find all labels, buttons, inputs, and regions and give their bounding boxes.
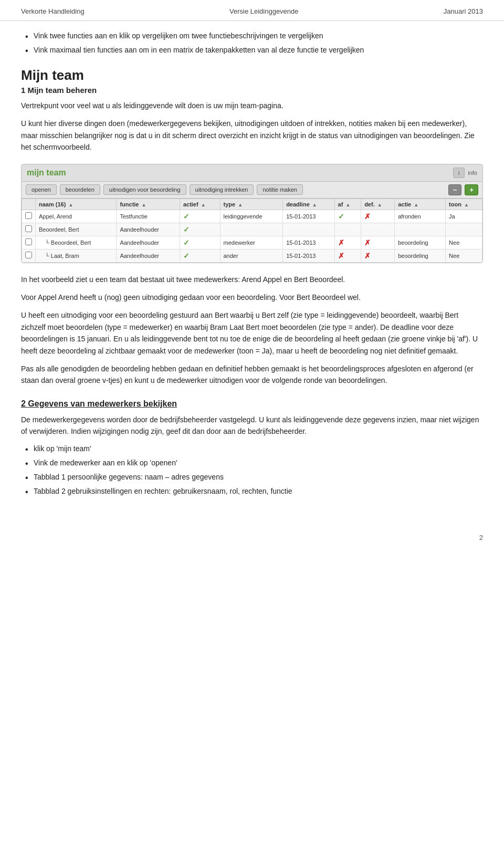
main-content: Vink twee functies aan en klik op vergel… [0,30,504,528]
row3-toon: Nee [446,236,482,249]
row2-type [220,223,283,236]
btn-intrekken[interactable]: uitnodiging intrekken [190,184,254,195]
row3-actief: ✓ [180,236,220,249]
row1-actief: ✓ [180,210,220,223]
row2-checkbox[interactable] [22,223,36,236]
row3-type: medewerker [220,236,283,249]
th-actief[interactable]: actief ▲ [180,199,220,210]
row4-def: ✗ [361,249,395,262]
btn-beoordelen[interactable]: beoordelen [60,184,100,195]
row1-type: leidinggevende [220,210,283,223]
screenshot-box: mijn team i info openen beoordelen uitno… [21,164,483,263]
section2-body1: De medewerkergegevens worden door de bed… [21,414,483,438]
th-def[interactable]: def. ▲ [361,199,395,210]
intro-bullet-1: Vink twee functies aan en klik op vergel… [21,30,483,41]
section2-bullet-1: klik op 'mijn team' [21,443,483,454]
ss-titlebar: mijn team i info [22,164,482,182]
section1-subtitle: 1 Mijn team beheren [21,86,483,95]
th-toon[interactable]: toon ▲ [446,199,482,210]
row2-def [361,223,395,236]
btn-uitnodigen[interactable]: uitnodigen voor beoordeling [103,184,186,195]
header-right: Januari 2013 [444,7,483,15]
row4-actief: ✓ [180,249,220,262]
th-deadline[interactable]: deadline ▲ [283,199,334,210]
btn-openen[interactable]: openen [26,184,57,195]
section2-heading: 2 Gegevens van medewerkers bekijken [21,399,483,409]
row3-functie: Aandeelhouder [117,236,180,249]
row1-checkbox[interactable] [22,210,36,223]
table-header-row: naam (16) ▲ functie ▲ actief ▲ type ▲ de… [22,199,482,210]
page-footer: 2 [0,528,504,547]
row1-deadline: 15-01-2013 [283,210,334,223]
section2-bullet-list: klik op 'mijn team' Vink de medewerker a… [21,443,483,497]
th-checkbox [22,199,36,210]
page-number: 2 [479,534,483,542]
section1-intro: Vertrekpunt voor veel wat u als leidingg… [21,100,483,111]
row1-functie: Testfunctie [117,210,180,223]
row1-toon: Ja [446,210,482,223]
row1-def: ✗ [361,210,395,223]
header-left: Verkorte Handleiding [21,7,85,15]
body5: Pas als alle genodigden de beoordeling h… [21,363,483,387]
row2-af [334,223,361,236]
row4-actie: beoordeling [395,249,446,262]
header-center: Versie Leidinggevende [229,7,299,15]
btn-minus[interactable]: − [448,184,462,195]
table-row: └ Beoordeel, Bert Aandeelhouder ✓ medewe… [22,236,482,249]
ss-title: mijn team [27,168,66,178]
th-actie[interactable]: actie ▲ [395,199,446,210]
row2-naam: Beoordeel, Bert [36,223,117,236]
row3-checkbox[interactable] [22,236,36,249]
row4-type: ander [220,249,283,262]
section2-bullet-2: Vink de medewerker aan en klik op 'opene… [21,457,483,469]
info-icon-btn[interactable]: i [453,168,465,178]
section1-title: Mijn team [21,67,483,84]
row3-af: ✗ [334,236,361,249]
row1-af: ✓ [334,210,361,223]
intro-bullet-list: Vink twee functies aan en klik op vergel… [21,30,483,56]
page-header: Verkorte Handleiding Versie Leidinggeven… [0,0,504,21]
section2-bullet-3: Tabblad 1 persoonlijke gegevens: naam – … [21,472,483,483]
btn-plus[interactable]: + [465,184,478,195]
table-row: Beoordeel, Bert Aandeelhouder ✓ [22,223,482,236]
ss-table-container: naam (16) ▲ functie ▲ actief ▲ type ▲ de… [22,199,482,263]
section1-body1: U kunt hier diverse dingen doen (medewer… [21,118,483,153]
row2-actief: ✓ [180,223,220,236]
body2: In het voorbeeld ziet u een team dat bes… [21,274,483,285]
ss-titlebar-right: i info [453,168,477,178]
row1-actie: afronden [395,210,446,223]
body4: U heeft een uitnodiging voor een beoorde… [21,309,483,357]
intro-bullet-2: Vink maximaal tien functies aan om in ee… [21,45,483,56]
row2-toon [446,223,482,236]
th-af[interactable]: af ▲ [334,199,361,210]
th-functie[interactable]: functie ▲ [117,199,180,210]
row1-naam: Appel, Arend [36,210,117,223]
info-label: info [468,170,477,176]
th-naam[interactable]: naam (16) ▲ [36,199,117,210]
row2-functie: Aandeelhouder [117,223,180,236]
row2-deadline [283,223,334,236]
btn-notitie[interactable]: notitie maken [257,184,302,195]
row3-naam: └ Beoordeel, Bert [36,236,117,249]
row3-actie: beoordeling [395,236,446,249]
row4-naam: └ Laat, Bram [36,249,117,262]
row3-deadline: 15-01-2013 [283,236,334,249]
table-row: Appel, Arend Testfunctie ✓ leidinggevend… [22,210,482,223]
row4-toon: Nee [446,249,482,262]
row4-checkbox[interactable] [22,249,36,262]
body3: Voor Appel Arend heeft u (nog) geen uitn… [21,292,483,303]
ss-titlebar-left: mijn team [27,168,66,178]
section2-bullet-4: Tabblad 2 gebruiksinstellingen en rechte… [21,486,483,497]
table-row: └ Laat, Bram Aandeelhouder ✓ ander 15-01… [22,249,482,262]
ss-table: naam (16) ▲ functie ▲ actief ▲ type ▲ de… [22,199,482,263]
row3-def: ✗ [361,236,395,249]
row4-af: ✗ [334,249,361,262]
row4-deadline: 15-01-2013 [283,249,334,262]
th-type[interactable]: type ▲ [220,199,283,210]
row2-actie [395,223,446,236]
ss-toolbar: openen beoordelen uitnodigen voor beoord… [22,182,482,199]
row4-functie: Aandeelhouder [117,249,180,262]
